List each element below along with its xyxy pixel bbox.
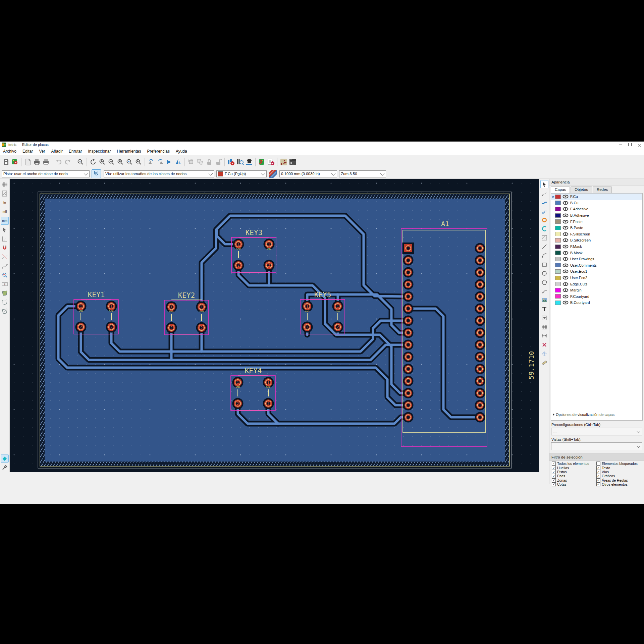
plot-icon[interactable] [42,158,50,166]
menu-editar[interactable]: Editar [19,149,36,154]
route-diff-pair-icon[interactable] [540,207,548,215]
image-tool-icon[interactable] [540,296,548,304]
menu-herramientas[interactable]: Herramientas [114,149,144,154]
grid-origin-icon[interactable] [540,350,548,358]
layer-row[interactable]: B.Courtyard [551,300,642,306]
layer-row[interactable]: F.Courtyard [551,293,642,300]
a1-right-pads[interactable] [475,243,485,423]
auto-track-width-toggle[interactable] [92,169,101,178]
zoom-objects-icon[interactable] [125,158,133,166]
refresh-icon[interactable] [89,158,97,166]
layer-row[interactable]: User.Eco2 [551,275,642,281]
ratsnest-hide-icon[interactable] [1,253,9,261]
track-width-select[interactable]: Pista: usar el ancho de clase de nodo [2,170,90,177]
units-mils-icon[interactable]: mil [1,208,9,216]
tab-capas[interactable]: Capas [551,186,570,194]
filter-item[interactable]: ✓Todos los elementos [552,462,589,466]
units-inches-icon[interactable]: in [1,199,9,207]
visibility-eye-icon[interactable] [562,269,569,273]
pcb-drawing[interactable]: KEY1 1 1 2 2 GND GND [10,179,539,472]
via-tool-icon[interactable] [540,216,548,224]
router-settings-icon[interactable] [279,158,288,166]
maximize-button[interactable] [625,142,635,148]
filter-item[interactable]: ✓Pistas [552,470,589,474]
magnetic-snap-icon[interactable] [1,244,9,252]
rotate-ccw-icon[interactable] [147,158,155,166]
drc-check-icon[interactable] [267,158,275,166]
zoom-in-icon[interactable] [98,158,106,166]
layer-row[interactable]: User.Eco1 [551,268,642,275]
update-pcb-from-schematic-icon[interactable] [258,158,266,166]
units-mm-icon[interactable]: mm [1,217,9,225]
visibility-eye-icon[interactable] [562,294,569,299]
minimize-button[interactable] [616,142,625,148]
layer-row[interactable]: B.Adhesive [551,212,642,219]
unlock-icon[interactable] [214,158,222,166]
zoom-select[interactable]: Zum 3.50 [339,170,386,177]
presets-select[interactable]: --- [551,428,642,435]
text-tool-icon[interactable] [540,305,548,313]
filter-item[interactable]: ✓Vías [596,470,638,474]
polar-coordinates-icon[interactable] [1,235,9,243]
layer-row[interactable]: User.Drawings [551,256,642,262]
filter-item[interactable]: ✓Pads [552,474,589,478]
route-tracks-icon[interactable] [540,198,548,206]
menu-enrutar[interactable]: Enrutar [66,149,85,154]
track-via-properties-icon[interactable] [227,158,235,166]
layer-row[interactable]: User.Comments [551,262,642,269]
visibility-eye-icon[interactable] [562,201,569,205]
layer-row[interactable]: B.Paste [551,225,642,231]
undo-icon[interactable] [54,158,63,166]
dimension-tool-icon[interactable] [540,332,548,340]
circle-tool-icon[interactable] [540,269,548,277]
visibility-eye-icon[interactable] [562,220,569,224]
layer-row[interactable]: Edge.Cuts [551,281,642,287]
zone-fill-icon[interactable] [1,289,9,297]
a1-left-pads[interactable] [402,243,414,423]
menu-inspeccionar[interactable]: Inspeccionar [85,149,114,154]
highlight-net-icon[interactable] [1,271,9,279]
footprint-library-browser-icon[interactable] [236,158,244,166]
layer-row[interactable]: B.Silkscreen [551,237,642,244]
pcb-canvas[interactable]: KEY1 1 1 2 2 GND GND [10,179,539,472]
mirror-icon[interactable] [174,158,182,166]
visibility-eye-icon[interactable] [562,207,569,211]
visibility-eye-icon[interactable] [562,238,569,242]
redo-icon[interactable] [63,158,72,166]
layer-pair-swap-icon[interactable] [269,170,277,178]
layer-row[interactable]: F.Paste [551,218,642,225]
grid-settings-icon[interactable] [1,180,9,189]
menu-anadir[interactable]: Añadir [48,149,66,154]
find-icon[interactable]: A [76,158,85,166]
tab-redes[interactable]: Redes [593,186,612,194]
menu-ver[interactable]: Ver [36,149,48,154]
local-ratsnest-icon[interactable] [540,189,548,197]
layer-row[interactable]: F.Silkscreen [551,231,642,237]
close-button[interactable] [635,142,644,148]
label-key4[interactable]: KEY4 [245,367,262,375]
visibility-eye-icon[interactable] [562,213,569,217]
leader-tool-icon[interactable] [540,287,548,295]
textbox-tool-icon[interactable] [540,314,548,322]
zoom-out-icon[interactable] [107,158,115,166]
visibility-eye-icon[interactable] [562,288,569,292]
active-layer-select[interactable]: F.Cu (PgUp) [216,170,267,177]
grid-size-select[interactable]: 0.1000 mm (0.0039 in) [279,170,337,177]
arc-tool-icon[interactable] [540,252,548,260]
visibility-eye-icon[interactable] [562,276,569,280]
zone-tool-icon[interactable] [540,225,548,233]
filter-item[interactable]: ✓Zonas [552,478,589,482]
label-a1[interactable]: A1 [441,220,449,228]
via-size-select[interactable]: Vía: utilizar los tamaños de las clases … [104,170,214,177]
edge-dimension-text[interactable]: 59.1710 [527,351,535,379]
delete-tool-icon[interactable] [540,341,548,349]
menu-ayuda[interactable]: Ayuda [173,149,190,154]
zoom-selection-icon[interactable] [134,158,143,166]
measure-tool-icon[interactable] [540,359,548,367]
flip-board-icon[interactable] [165,158,173,166]
visibility-eye-icon[interactable] [562,301,569,305]
ratsnest-curved-icon[interactable] [1,262,9,270]
menu-preferencias[interactable]: Preferencias [144,149,173,154]
zone-outline-icon[interactable] [1,298,9,306]
views-select[interactable]: --- [551,442,642,450]
